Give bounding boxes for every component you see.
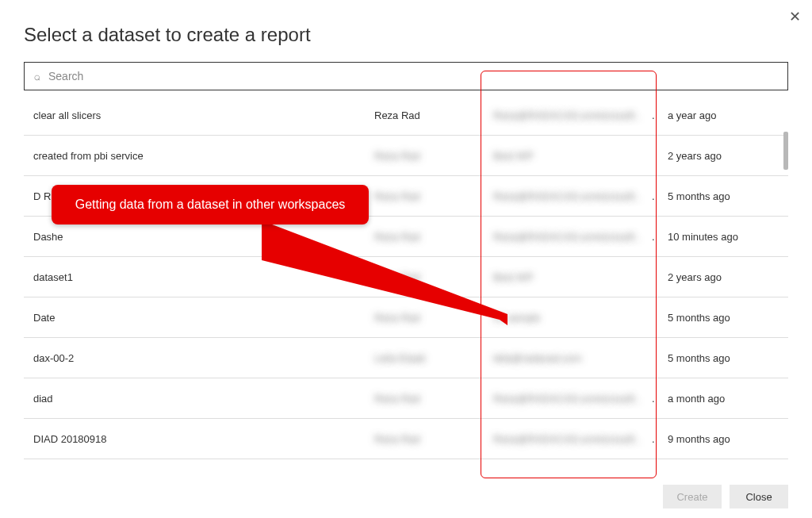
search-icon: ⌕ (34, 70, 40, 82)
dataset-owner: Reza Rad (374, 190, 493, 202)
dataset-row[interactable]: DateReza Radv2 sample5 months ago (24, 297, 788, 338)
dataset-owner: Reza Rad (374, 312, 493, 324)
dataset-row[interactable]: DIAD 20180918Reza RadReza@RADACAD.onmicr… (24, 419, 788, 459)
dataset-row[interactable]: created from pbi serviceReza RadBest WP2… (24, 136, 788, 176)
dataset-row[interactable]: clear all slicersReza RadReza@RADACAD.on… (24, 95, 788, 136)
workspace-ellipsis: . (652, 190, 668, 202)
dataset-row[interactable]: DasheReza RadReza@RADACAD.onmicrosoft ..… (24, 217, 788, 257)
dataset-modified-time: 5 months ago (668, 190, 779, 202)
dataset-workspace: Best WP (493, 271, 652, 283)
dataset-name: D RL (33, 190, 374, 202)
create-button[interactable]: Create (663, 485, 722, 508)
dataset-modified-time: 10 minutes ago (668, 231, 779, 243)
dataset-modified-time: a month ago (668, 393, 779, 405)
dataset-owner: Reza Rad (374, 231, 493, 243)
dataset-name: DIAD 20180918 (33, 433, 374, 445)
dataset-row[interactable]: dataset1Reza RadBest WP2 years ago (24, 257, 788, 297)
dataset-picker-dialog: ✕ Select a dataset to create a report ⌕ … (0, 0, 812, 518)
dataset-row[interactable]: D RLReza RadReza@RADACAD.onmicrosoft ..5… (24, 176, 788, 217)
dataset-name: dataset1 (33, 271, 374, 283)
dataset-modified-time: 5 months ago (668, 352, 779, 364)
dataset-owner: Reza Rad (374, 109, 493, 121)
dataset-name: diad (33, 393, 374, 405)
dataset-workspace: Reza@RADACAD.onmicrosoft . (493, 433, 652, 445)
dataset-name: dax-00-2 (33, 352, 374, 364)
search-field[interactable]: ⌕ (24, 62, 788, 90)
workspace-ellipsis: . (652, 231, 668, 243)
dataset-modified-time: 9 months ago (668, 433, 779, 445)
close-icon[interactable]: ✕ (789, 8, 801, 25)
workspace-ellipsis: . (652, 109, 668, 121)
dataset-name: Date (33, 312, 374, 324)
dialog-footer: Create Close (663, 485, 788, 508)
dataset-name: Dashe (33, 231, 374, 243)
close-button[interactable]: Close (730, 485, 788, 508)
dataset-row[interactable]: dax-00-2Leila Etaatileila@radacad.com5 m… (24, 338, 788, 378)
dataset-owner: Reza Rad (374, 393, 493, 405)
scrollbar-thumb[interactable] (783, 132, 788, 170)
dataset-workspace: Reza@RADACAD.onmicrosoft . (493, 231, 652, 243)
dataset-name: clear all slicers (33, 109, 374, 121)
dataset-workspace: Best WP (493, 150, 652, 162)
dataset-workspace: Reza@RADACAD.onmicrosoft . (493, 393, 652, 405)
dataset-owner: Reza Rad (374, 271, 493, 283)
dataset-list: clear all slicersReza RadReza@RADACAD.on… (24, 95, 788, 460)
dataset-name: created from pbi service (33, 150, 374, 162)
dataset-modified-time: 2 years ago (668, 150, 779, 162)
dataset-modified-time: 2 years ago (668, 271, 779, 283)
dataset-modified-time: 5 months ago (668, 312, 779, 324)
dataset-row[interactable]: diadReza RadReza@RADACAD.onmicrosoft ..a… (24, 378, 788, 419)
dataset-workspace: Reza@RADACAD.onmicrosoft . (493, 109, 652, 121)
workspace-ellipsis: . (652, 433, 668, 445)
dialog-title: Select a dataset to create a report (24, 24, 788, 46)
dataset-owner: Reza Rad (374, 433, 493, 445)
dataset-modified-time: a year ago (668, 109, 779, 121)
dataset-owner: Reza Rad (374, 150, 493, 162)
dataset-workspace: leila@radacad.com (493, 352, 652, 364)
dataset-workspace: Reza@RADACAD.onmicrosoft . (493, 190, 652, 202)
dataset-owner: Leila Etaati (374, 352, 493, 364)
dataset-workspace: v2 sample (493, 312, 652, 324)
workspace-ellipsis: . (652, 393, 668, 405)
search-input[interactable] (47, 69, 778, 83)
